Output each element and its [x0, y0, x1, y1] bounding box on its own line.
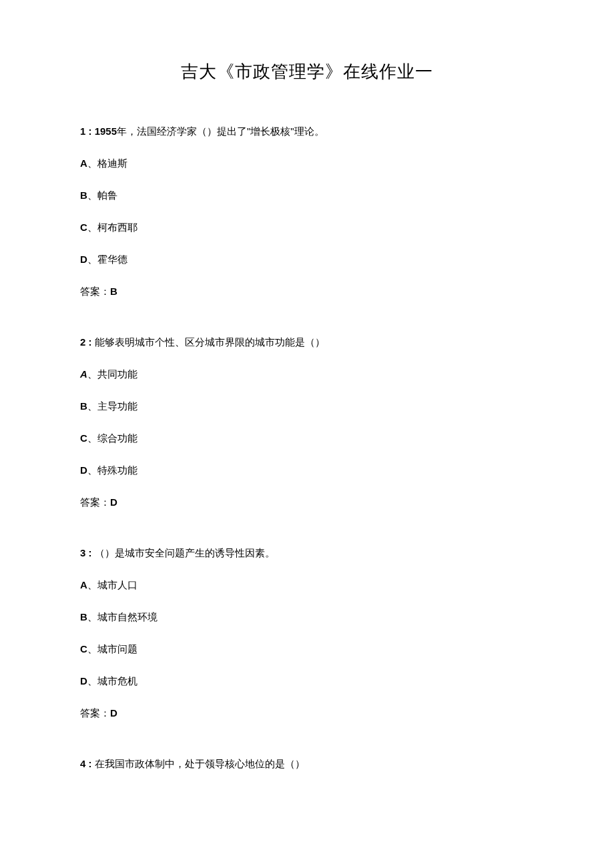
option-letter: B	[80, 611, 87, 622]
option-text: 、综合功能	[87, 432, 137, 444]
option-letter: B	[80, 400, 87, 412]
answer-letter: D	[110, 707, 117, 719]
option-text: 、帕鲁	[87, 189, 117, 201]
option-text: 、格迪斯	[87, 157, 127, 169]
option-d: D、霍华德	[80, 252, 534, 268]
option-text: 、共同功能	[87, 368, 137, 380]
option-letter: A	[80, 368, 87, 380]
option-c: C、综合功能	[80, 430, 534, 446]
option-text: 、城市人口	[87, 579, 137, 590]
answer-line: 答案：D	[80, 494, 534, 510]
option-text: 、特殊功能	[87, 464, 137, 476]
answer-line: 答案：D	[80, 705, 534, 721]
spacer	[80, 737, 534, 756]
option-letter: A	[80, 579, 87, 590]
question-text: 年，法国经济学家（）提出了"增长极核"理论。	[117, 125, 324, 137]
page-container: 吉大《市政管理学》在线作业一 1 : 1955年，法国经济学家（）提出了"增长极…	[0, 0, 614, 841]
option-letter: C	[80, 643, 87, 655]
option-b: B、主导功能	[80, 398, 534, 414]
option-text: 、霍华德	[87, 254, 127, 265]
question-stem: 2 : 能够表明城市个性、区分城市界限的城市功能是（）	[80, 334, 534, 350]
option-text: 、主导功能	[87, 400, 137, 412]
answer-line: 答案：B	[80, 284, 534, 300]
page-title: 吉大《市政管理学》在线作业一	[80, 60, 534, 83]
option-a: A、城市人口	[80, 577, 534, 593]
question-stem: 3 : （）是城市安全问题产生的诱导性因素。	[80, 545, 534, 561]
answer-letter: B	[110, 286, 117, 297]
option-c: C、柯布西耶	[80, 220, 534, 236]
option-text: 、城市自然环境	[87, 611, 158, 622]
option-a: A、共同功能	[80, 366, 534, 382]
option-letter: D	[80, 254, 87, 265]
option-text: 、柯布西耶	[87, 222, 137, 233]
option-b: B、城市自然环境	[80, 609, 534, 625]
option-letter: A	[80, 157, 87, 169]
spacer	[80, 526, 534, 545]
question-number: 1 : 1955	[80, 125, 117, 137]
option-letter: D	[80, 464, 87, 476]
option-text: 、城市危机	[87, 675, 137, 687]
question-stem: 4 : 在我国市政体制中，处于领导核心地位的是（）	[80, 756, 534, 772]
question-text: 能够表明城市个性、区分城市界限的城市功能是（）	[95, 336, 325, 348]
option-b: B、帕鲁	[80, 187, 534, 203]
option-letter: D	[80, 675, 87, 687]
option-a: A、格迪斯	[80, 155, 534, 171]
option-d: D、城市危机	[80, 673, 534, 689]
question-stem: 1 : 1955年，法国经济学家（）提出了"增长极核"理论。	[80, 123, 534, 139]
option-letter: C	[80, 432, 87, 444]
answer-label: 答案：	[80, 708, 110, 719]
answer-letter: D	[110, 496, 117, 508]
option-d: D、特殊功能	[80, 462, 534, 478]
question-number: 2 :	[80, 336, 95, 348]
question-text: 在我国市政体制中，处于领导核心地位的是（）	[95, 758, 305, 769]
question-text: （）是城市安全问题产生的诱导性因素。	[95, 547, 275, 558]
question-number: 4 :	[80, 758, 95, 769]
option-letter: B	[80, 189, 87, 201]
option-c: C、城市问题	[80, 641, 534, 657]
question-number: 3 :	[80, 547, 95, 558]
answer-label: 答案：	[80, 286, 110, 297]
option-letter: C	[80, 222, 87, 233]
spacer	[80, 316, 534, 334]
option-text: 、城市问题	[87, 643, 137, 655]
answer-label: 答案：	[80, 497, 110, 508]
